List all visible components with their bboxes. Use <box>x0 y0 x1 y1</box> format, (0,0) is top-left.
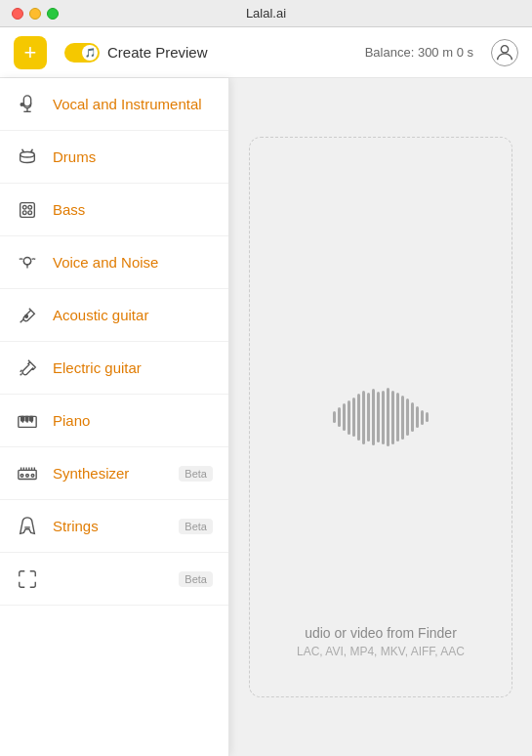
minimize-button[interactable] <box>29 8 41 20</box>
maximize-button[interactable] <box>47 8 59 20</box>
waveform-bar <box>421 410 424 425</box>
waveform-bar <box>362 391 365 444</box>
waveform-bar <box>401 396 404 440</box>
waveform-bar <box>348 400 350 435</box>
waveform-bar <box>377 392 380 442</box>
create-preview-label: Create Preview <box>107 44 208 61</box>
drums-label: Drums <box>53 148 213 165</box>
sidebar-item-acoustic-guitar[interactable]: Acoustic guitar <box>0 289 228 342</box>
svg-point-6 <box>22 210 26 214</box>
waveform <box>333 388 429 446</box>
traffic-lights <box>12 8 59 20</box>
svg-rect-3 <box>20 202 35 217</box>
app-title: Lalal.ai <box>246 6 286 21</box>
svg-point-4 <box>22 205 26 209</box>
vocal-instrumental-label: Vocal and Instrumental <box>53 96 213 112</box>
svg-point-17 <box>31 474 34 477</box>
waveform-bar <box>372 389 375 445</box>
sidebar-item-synthesizer[interactable]: Synthesizer Beta <box>0 447 228 500</box>
sidebar-item-voice-noise[interactable]: Voice and Noise <box>0 236 228 289</box>
sidebar-menu: Vocal and Instrumental Drums Bass Voice … <box>0 78 229 756</box>
svg-point-2 <box>20 151 35 157</box>
drop-zone-sub-text: LAC, AVI, MP4, MKV, AIFF, AAC <box>297 645 465 658</box>
sidebar-item-strings[interactable]: Strings Beta <box>0 500 228 553</box>
main-panel: udio or video from Finder LAC, AVI, MP4,… <box>229 78 532 756</box>
bass-label: Bass <box>53 201 213 218</box>
strings-label: Strings <box>53 518 165 534</box>
sidebar-item-drums[interactable]: Drums <box>0 131 228 184</box>
main-content: Vocal and Instrumental Drums Bass Voice … <box>0 78 532 756</box>
waveform-bar <box>411 402 414 432</box>
toggle-knob: 🎵 <box>82 45 98 61</box>
vocal-instrumental-icon <box>16 93 39 116</box>
waveform-bar <box>416 406 419 428</box>
svg-point-9 <box>25 315 28 317</box>
synthesizer-icon <box>16 462 39 485</box>
waveform-bar <box>391 391 394 444</box>
sidebar-item-other[interactable]: Beta <box>0 553 228 606</box>
synthesizer-label: Synthesizer <box>53 465 165 482</box>
create-preview-button[interactable]: 🎵 Create Preview <box>57 39 216 66</box>
piano-label: Piano <box>53 412 213 429</box>
header: + 🎵 Create Preview Balance: 300 m 0 s <box>0 27 532 78</box>
waveform-bar <box>352 398 355 437</box>
strings-icon <box>16 515 39 538</box>
other-icon <box>16 567 39 591</box>
sidebar-item-vocal-instrumental[interactable]: Vocal and Instrumental <box>0 78 228 131</box>
strings-beta-badge: Beta <box>179 519 213 534</box>
svg-point-1 <box>20 103 23 105</box>
drums-icon <box>16 146 39 169</box>
electric-guitar-icon <box>16 357 39 380</box>
close-button[interactable] <box>12 8 23 20</box>
toggle-switch[interactable]: 🎵 <box>64 43 100 63</box>
electric-guitar-label: Electric guitar <box>53 359 213 376</box>
other-beta-badge: Beta <box>179 571 213 587</box>
voice-noise-icon <box>16 251 39 274</box>
waveform-bar <box>367 393 370 441</box>
waveform-bar <box>333 411 336 423</box>
waveform-area <box>244 319 517 515</box>
waveform-bar <box>396 393 399 441</box>
waveform-bar <box>387 388 389 446</box>
piano-icon <box>16 409 39 433</box>
sidebar-item-electric-guitar[interactable]: Electric guitar <box>0 342 228 395</box>
svg-rect-13 <box>30 416 33 421</box>
waveform-bar <box>357 394 360 441</box>
svg-point-0 <box>501 45 508 52</box>
sidebar-item-piano[interactable]: Piano <box>0 395 228 447</box>
add-button[interactable]: + <box>14 36 47 69</box>
waveform-bar <box>426 412 429 422</box>
svg-rect-11 <box>21 416 24 421</box>
synthesizer-beta-badge: Beta <box>179 466 213 482</box>
balance-display: Balance: 300 m 0 s <box>365 45 473 60</box>
svg-point-5 <box>28 205 32 209</box>
svg-point-15 <box>20 474 23 477</box>
voice-noise-label: Voice and Noise <box>53 254 213 271</box>
titlebar: Lalal.ai <box>0 0 532 27</box>
sidebar-item-bass[interactable]: Bass <box>0 184 228 236</box>
acoustic-guitar-icon <box>16 304 39 327</box>
user-icon <box>494 42 515 63</box>
svg-rect-12 <box>25 416 28 421</box>
waveform-bar <box>406 399 409 436</box>
svg-point-16 <box>26 474 29 477</box>
waveform-bar <box>382 391 385 444</box>
drop-zone-main-text: udio or video from Finder <box>297 625 465 641</box>
drop-zone-hint: udio or video from Finder LAC, AVI, MP4,… <box>297 625 465 658</box>
waveform-bar <box>343 403 346 431</box>
acoustic-guitar-label: Acoustic guitar <box>53 307 213 323</box>
user-account-button[interactable] <box>491 39 518 66</box>
plus-icon: + <box>24 40 37 65</box>
svg-point-7 <box>28 210 32 214</box>
waveform-bar <box>338 407 341 427</box>
bass-icon <box>16 198 39 222</box>
